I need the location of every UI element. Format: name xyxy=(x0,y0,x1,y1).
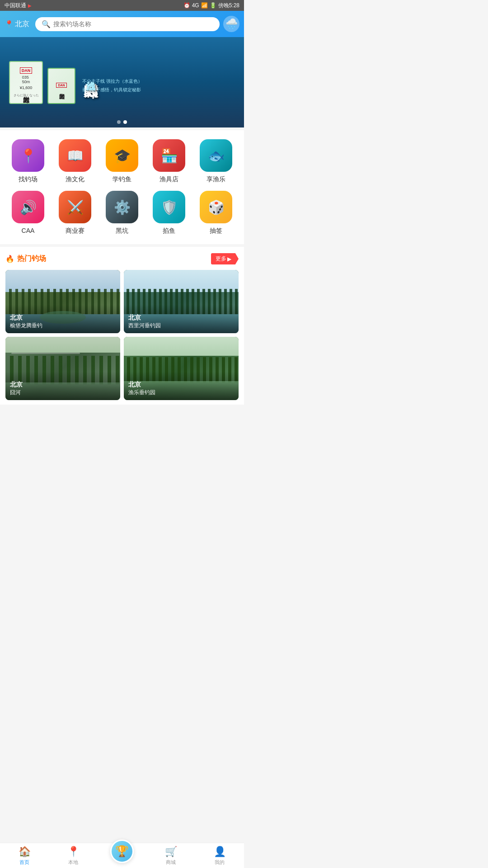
cat-icon-caa: 🔊 xyxy=(12,191,44,223)
dice-icon: 🎲 xyxy=(208,199,225,215)
cat-icon-tackle-shop: 🏪 xyxy=(153,139,185,172)
pin-icon: 📍 xyxy=(20,148,37,164)
banner-title: 岩太郎 渔线 xyxy=(82,71,99,74)
cat-label-black-pit: 黑坑 xyxy=(116,227,128,235)
venue-overlay-1: 北京 榆垡龙腾垂钓 xyxy=(5,305,120,333)
cat-icon-learn-fishing: 🎓 xyxy=(106,139,138,172)
cat-lottery[interactable]: 🎲 抽签 xyxy=(196,191,236,235)
shield-icon: 🛡️ xyxy=(161,199,178,215)
location-button[interactable]: 📍 北京 xyxy=(5,19,32,29)
cat-label-learn-fishing: 学钓鱼 xyxy=(113,175,131,184)
alarm-icon: ⏰ xyxy=(183,2,190,9)
carrier-text: 中国联通 xyxy=(5,2,26,9)
cat-label-pinch-fish: 掐鱼 xyxy=(163,227,175,235)
search-input[interactable] xyxy=(53,20,213,28)
hot-section: 🔥 热门钓场 更多 ▶ 北京 榆垡龙腾垂钓 xyxy=(0,247,244,405)
network-text: 4G xyxy=(192,2,199,9)
banner-subtitle2: 垂钓在于感悟，钓具锁定秘影 xyxy=(82,86,235,93)
location-pin-icon: 📍 xyxy=(5,20,14,28)
status-left: 中国联通 ▶ xyxy=(5,2,32,9)
venue-name-2: 西里河垂钓园 xyxy=(128,322,234,330)
dot-1[interactable] xyxy=(117,120,121,124)
cat-commercial-race[interactable]: ⚔️ 商业赛 xyxy=(55,191,95,235)
book-icon: 📖 xyxy=(67,148,84,164)
cat-icon-black-pit: ⚙️ xyxy=(106,191,138,223)
banner-content: DAN 03550m ¥1,600 岩太郎 さらに強くなった DAN 岩太郎 岩… xyxy=(0,37,244,127)
weather-button[interactable]: 🌧️ xyxy=(223,16,239,32)
cat-label-fishing-culture: 渔文化 xyxy=(66,175,84,184)
cat-learn-fishing[interactable]: 🎓 学钓鱼 xyxy=(102,139,142,184)
graduation-icon: 🎓 xyxy=(114,148,131,164)
signal-icon: 📶 xyxy=(201,2,208,9)
speaker-icon: 🔊 xyxy=(20,199,37,215)
status-bar: 中国联通 ▶ ⏰ 4G 📶 🔋 傍晚5:28 xyxy=(0,0,244,11)
play-icon: ▶ xyxy=(28,3,32,8)
store-icon: 🏪 xyxy=(161,148,178,164)
banner-text-area: 岩太郎 渔线 不分主子线 强拉力（水蓝色） 垂钓在于感悟，钓具锁定秘影 xyxy=(75,71,235,93)
venue-name-1: 榆垡龙腾垂钓 xyxy=(10,322,116,330)
product-tagline: さらに強くなった xyxy=(14,93,39,98)
venue-overlay-2: 北京 西里河垂钓园 xyxy=(124,305,239,333)
cat-icon-commercial-race: ⚔️ xyxy=(59,191,91,223)
venue-sky-4 xyxy=(124,337,239,356)
cat-fishing-culture[interactable]: 📖 渔文化 xyxy=(55,139,95,184)
more-label: 更多 xyxy=(216,255,226,263)
venue-card-2[interactable]: 北京 西里河垂钓园 xyxy=(124,270,239,333)
location-text: 北京 xyxy=(15,19,29,29)
section-title: 🔥 热门钓场 xyxy=(5,254,46,264)
cat-icon-pinch-fish: 🛡️ xyxy=(153,191,185,223)
cat-label-enjoy-fishing: 享渔乐 xyxy=(206,175,225,184)
cat-icon-enjoy-fishing: 🐟 xyxy=(200,139,232,172)
cat-tackle-shop[interactable]: 🏪 渔具店 xyxy=(149,139,189,184)
cat-black-pit[interactable]: ⚙️ 黑坑 xyxy=(102,191,142,235)
fish-icon: 🐟 xyxy=(208,148,225,164)
product-price-display: ¥1,600 xyxy=(20,85,33,90)
search-icon: 🔍 xyxy=(42,20,51,28)
product-box-small: DAN 岩太郎 xyxy=(47,68,75,104)
venue-sky-3 xyxy=(5,337,120,353)
cat-find-venue[interactable]: 📍 找钓场 xyxy=(8,139,48,184)
category-row-2: 🔊 CAA ⚔️ 商业赛 ⚙️ 黑坑 🛡️ 掐鱼 xyxy=(5,191,239,235)
more-button[interactable]: 更多 ▶ xyxy=(211,253,239,264)
banner: DAN 03550m ¥1,600 岩太郎 さらに強くなった DAN 岩太郎 岩… xyxy=(0,37,244,127)
venue-city-3: 北京 xyxy=(10,381,116,389)
cat-caa[interactable]: 🔊 CAA xyxy=(8,191,48,235)
venue-card-4[interactable]: 北京 渔乐垂钓园 xyxy=(124,337,239,400)
venue-name-3: 囧河 xyxy=(10,389,116,396)
dan-logo-small: DAN xyxy=(56,83,66,88)
category-row-1: 📍 找钓场 📖 渔文化 🎓 学钓鱼 🏪 渔具店 xyxy=(5,139,239,184)
cat-label-caa: CAA xyxy=(22,227,35,234)
venue-overlay-3: 北京 囧河 xyxy=(5,372,120,400)
battery-icon: 🔋 xyxy=(210,2,216,9)
cloud-rain-icon: 🌧️ xyxy=(225,18,238,30)
dot-2[interactable] xyxy=(123,120,127,124)
header: 📍 北京 🔍 🌧️ xyxy=(0,11,244,37)
dan-logo: DAN xyxy=(20,67,33,74)
gear-icon: ⚙️ xyxy=(114,199,131,215)
search-bar[interactable]: 🔍 xyxy=(35,17,220,31)
cat-icon-fishing-culture: 📖 xyxy=(59,139,91,172)
swords-icon: ⚔️ xyxy=(67,199,84,215)
banner-subtitle1: 不分主子线 强拉力（水蓝色） xyxy=(82,78,235,85)
cat-pinch-fish[interactable]: 🛡️ 掐鱼 xyxy=(149,191,189,235)
fence-detail xyxy=(11,353,80,354)
arrow-icon: ▶ xyxy=(227,256,231,262)
banner-products: DAN 03550m ¥1,600 岩太郎 さらに強くなった DAN 岩太郎 xyxy=(9,61,75,104)
status-right: ⏰ 4G 📶 🔋 傍晚5:28 xyxy=(183,2,239,9)
cat-enjoy-fishing[interactable]: 🐟 享渔乐 xyxy=(196,139,236,184)
cat-label-commercial-race: 商业赛 xyxy=(66,227,84,235)
venue-city-1: 北京 xyxy=(10,314,116,322)
venue-overlay-4: 北京 渔乐垂钓园 xyxy=(124,372,239,400)
cat-label-lottery: 抽签 xyxy=(210,227,222,235)
section-header: 🔥 热门钓场 更多 ▶ xyxy=(5,253,239,264)
cat-label-find-venue: 找钓场 xyxy=(19,175,38,184)
cat-icon-lottery: 🎲 xyxy=(200,191,232,223)
categories-section: 📍 找钓场 📖 渔文化 🎓 学钓鱼 🏪 渔具店 xyxy=(0,130,244,244)
venue-card-1[interactable]: 北京 榆垡龙腾垂钓 xyxy=(5,270,120,333)
fire-icon: 🔥 xyxy=(5,255,14,263)
cat-icon-find-venue: 📍 xyxy=(12,139,44,172)
banner-dots xyxy=(117,120,127,124)
venue-card-3[interactable]: 北京 囧河 xyxy=(5,337,120,400)
time-text: 傍晚5:28 xyxy=(218,2,239,9)
hot-title-text: 热门钓场 xyxy=(17,254,46,264)
